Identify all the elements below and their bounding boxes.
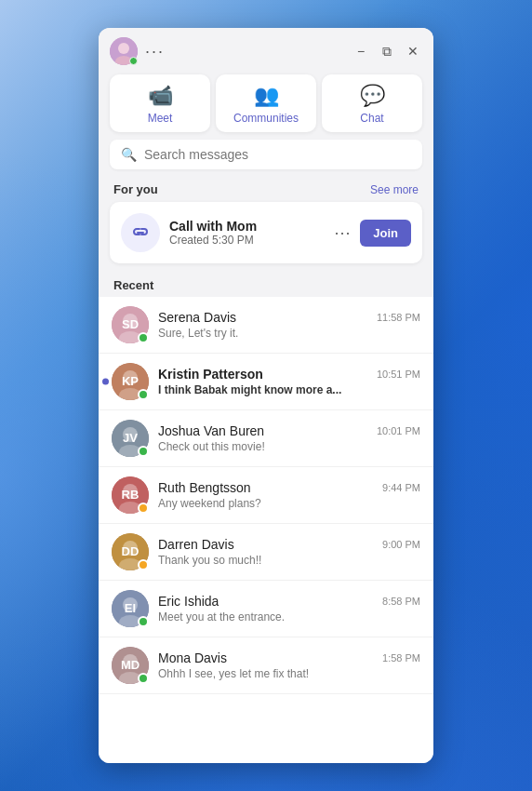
svg-text:SD: SD [122, 317, 139, 331]
maximize-button[interactable]: ⧉ [378, 42, 396, 60]
call-title: Call with Mom [169, 219, 321, 234]
chat-preview: Ohhh I see, yes let me fix that! [158, 667, 420, 680]
chat-body: Mona Davis 1:58 PM Ohhh I see, yes let m… [158, 650, 420, 680]
chat-time: 9:00 PM [382, 539, 420, 550]
chat-body: Eric Ishida 8:58 PM Meet you at the entr… [158, 594, 420, 623]
chat-name: Joshua Van Buren [158, 423, 264, 438]
chat-avatar: DD [112, 533, 149, 570]
nav-tabs: 📹 Meet 👥 Communities 💬 Chat [99, 71, 433, 140]
chat-preview: Any weekend plans? [158, 497, 420, 510]
window-controls: − ⧉ ✕ [352, 42, 422, 60]
recent-title: Recent [113, 278, 153, 292]
chat-time: 9:44 PM [382, 482, 420, 493]
svg-text:RB: RB [122, 488, 140, 502]
svg-point-1 [118, 43, 129, 54]
chat-preview: I think Babak might know more a... [158, 383, 420, 396]
chat-item[interactable]: MD Mona Davis 1:58 PM Ohhh I see, yes le… [99, 637, 433, 694]
chat-name-row: Kristin Patterson 10:51 PM [158, 367, 420, 382]
chat-name: Kristin Patterson [158, 367, 263, 382]
chat-avatar: RB [112, 476, 149, 514]
tab-communities-label: Communities [233, 112, 299, 125]
call-info: Call with Mom Created 5:30 PM [169, 219, 321, 247]
chat-avatar: KP [112, 363, 149, 400]
chat-body: Ruth Bengtsson 9:44 PM Any weekend plans… [158, 480, 420, 510]
chat-body: Serena Davis 11:58 PM Sure, Let's try it… [158, 310, 420, 340]
chat-time: 10:01 PM [377, 425, 420, 436]
chat-body: Darren Davis 9:00 PM Thank you so much!! [158, 537, 420, 567]
chat-name: Eric Ishida [158, 594, 219, 609]
chat-name-row: Joshua Van Buren 10:01 PM [158, 423, 420, 438]
chat-body: Kristin Patterson 10:51 PM I think Babak… [158, 367, 420, 396]
chat-preview: Thank you so much!! [158, 554, 420, 567]
chat-name-row: Ruth Bengtsson 9:44 PM [158, 480, 420, 495]
chat-time: 8:58 PM [382, 596, 420, 607]
recent-header: Recent [99, 271, 433, 297]
title-bar-left: ··· [110, 37, 165, 65]
search-icon: 🔍 [121, 147, 137, 162]
svg-text:MD: MD [121, 658, 140, 672]
chat-item[interactable]: DD Darren Davis 9:00 PM Thank you so muc… [99, 524, 433, 581]
user-avatar-container[interactable] [110, 37, 138, 65]
chat-name-row: Serena Davis 11:58 PM [158, 310, 420, 325]
meet-icon: 📹 [148, 84, 173, 108]
call-subtitle: Created 5:30 PM [169, 234, 321, 247]
svg-text:JV: JV [123, 431, 138, 445]
tab-chat[interactable]: 💬 Chat [322, 74, 422, 132]
minimize-button[interactable]: − [352, 42, 370, 60]
chat-item[interactable]: KP Kristin Patterson 10:51 PM I think Ba… [99, 354, 433, 410]
chat-item[interactable]: JV Joshua Van Buren 10:01 PM Check out t… [99, 410, 433, 467]
chat-avatar: MD [112, 647, 149, 684]
status-indicator [138, 616, 149, 627]
close-button[interactable]: ✕ [404, 42, 422, 60]
chat-name-row: Eric Ishida 8:58 PM [158, 594, 420, 609]
chat-name-row: Mona Davis 1:58 PM [158, 650, 420, 665]
chat-name: Serena Davis [158, 310, 236, 325]
avatar-status-dot [129, 57, 138, 65]
svg-text:DD: DD [122, 544, 140, 558]
chat-time: 1:58 PM [382, 652, 420, 664]
svg-text:EI: EI [125, 601, 136, 615]
status-indicator [138, 673, 149, 684]
status-indicator [138, 559, 149, 570]
chat-item[interactable]: RB Ruth Bengtsson 9:44 PM Any weekend pl… [99, 467, 433, 524]
chat-icon: 💬 [360, 84, 385, 108]
tab-communities[interactable]: 👥 Communities [216, 74, 316, 132]
chat-item[interactable]: SD Serena Davis 11:58 PM Sure, Let's try… [99, 297, 433, 354]
call-card: Call with Mom Created 5:30 PM ⋯ Join [110, 202, 422, 263]
title-bar: ··· − ⧉ ✕ [99, 28, 433, 71]
chat-name: Ruth Bengtsson [158, 480, 251, 495]
chat-item[interactable]: EI Eric Ishida 8:58 PM Meet you at the e… [99, 581, 433, 637]
join-button[interactable]: Join [360, 220, 411, 247]
status-indicator [138, 446, 149, 457]
chat-list: SD Serena Davis 11:58 PM Sure, Let's try… [99, 297, 433, 763]
chat-name: Mona Davis [158, 650, 227, 665]
chat-name-row: Darren Davis 9:00 PM [158, 537, 420, 552]
tab-meet[interactable]: 📹 Meet [110, 74, 210, 132]
for-you-header: For you See more [99, 175, 433, 202]
call-actions: ⋯ Join [330, 220, 411, 247]
search-bar: 🔍 [110, 140, 422, 169]
app-window: ··· − ⧉ ✕ 📹 Meet 👥 Communities 💬 Chat 🔍 … [99, 28, 433, 763]
chat-avatar: SD [112, 306, 149, 343]
for-you-title: For you [113, 182, 158, 196]
chat-time: 10:51 PM [377, 369, 420, 380]
svg-text:KP: KP [122, 374, 139, 388]
call-more-button[interactable]: ⋯ [330, 221, 354, 245]
search-input[interactable] [144, 147, 411, 162]
status-indicator [138, 389, 149, 400]
link-icon-svg [130, 222, 151, 243]
call-icon [121, 213, 160, 252]
communities-icon: 👥 [254, 84, 279, 108]
more-options-button[interactable]: ··· [145, 42, 165, 61]
chat-preview: Check out this movie! [158, 440, 420, 453]
chat-preview: Sure, Let's try it. [158, 327, 420, 340]
chat-body: Joshua Van Buren 10:01 PM Check out this… [158, 423, 420, 453]
chat-avatar: EI [112, 590, 149, 627]
chat-avatar: JV [112, 420, 149, 457]
tab-chat-label: Chat [360, 112, 383, 125]
chat-time: 11:58 PM [377, 312, 420, 323]
see-more-button[interactable]: See more [370, 183, 419, 196]
chat-name: Darren Davis [158, 537, 234, 552]
chat-preview: Meet you at the entrance. [158, 610, 420, 623]
status-indicator [138, 332, 149, 343]
